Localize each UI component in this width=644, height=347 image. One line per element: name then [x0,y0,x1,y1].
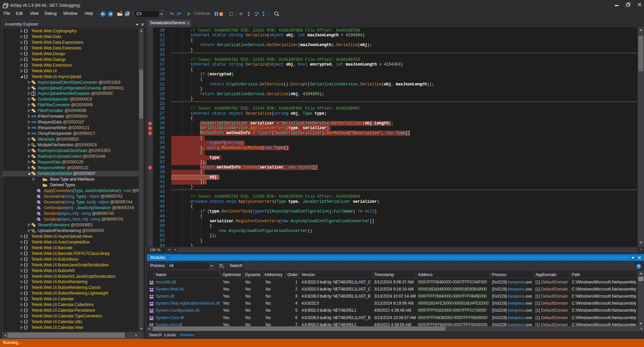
svg-text:?: ? [638,264,640,268]
